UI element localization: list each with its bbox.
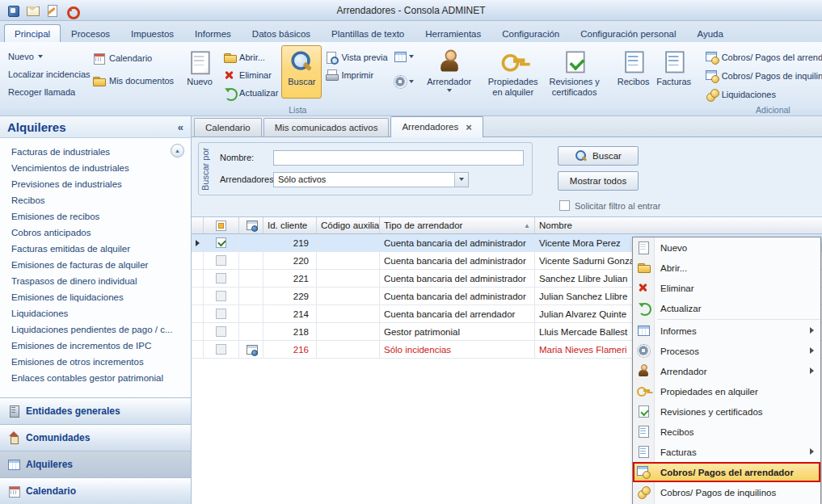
table-view-dropdown[interactable] (391, 49, 416, 64)
cobros-pagos-inquilinos-button[interactable]: Cobros/ Pagos de inquilinos (702, 68, 822, 83)
ribbon-tab-plantillas[interactable]: Plantillas de texto (321, 24, 415, 42)
select-all-checkbox[interactable] (216, 220, 226, 231)
shortcut-calendario[interactable]: Calendario (92, 52, 174, 65)
tab-calendario[interactable]: Calendario (194, 118, 262, 136)
menu-item-recibos[interactable]: Recibos (633, 422, 820, 442)
ribbon-tab-configuracion[interactable]: Configuración (491, 24, 570, 42)
arrendador-button[interactable]: Arrendador (424, 45, 474, 99)
notes-icon[interactable] (44, 2, 60, 19)
collapse-sidebar-icon[interactable]: « (178, 121, 183, 133)
sidebar-item-facturas-emitidas[interactable]: Facturas emitidas de alquiler (11, 241, 191, 257)
menu-item-arrendador[interactable]: Arrendador (633, 361, 820, 381)
menu-link-nuevo[interactable]: Nuevo (8, 49, 92, 64)
propiedades-en-alquiler-button[interactable]: Propiedades en alquiler (483, 45, 544, 99)
buscar-button[interactable]: Buscar (558, 146, 639, 166)
arrendadores-select[interactable]: Sólo activos (273, 172, 469, 187)
solicitar-filtro-checkbox[interactable] (559, 200, 570, 211)
sidebar-section-entidades-generales[interactable]: Entidades generales (0, 397, 191, 424)
nombre-input[interactable] (273, 150, 524, 166)
mail-icon[interactable] (24, 2, 40, 19)
menu-item-actualizar[interactable]: Actualizar (633, 298, 820, 318)
cell-tipo-arrendador: Cuenta bancaria del arrendador (380, 305, 535, 322)
menu-link-localizar-incidencias[interactable]: Localizar incidencias (8, 67, 92, 82)
sidebar-section-comunidades[interactable]: Comunidades (0, 424, 191, 451)
buscar-ribbon-button[interactable]: Buscar (281, 45, 322, 99)
abrir-button[interactable]: Abrir... (220, 49, 281, 65)
sidebar-item-vencimientos-industriales[interactable]: Vencimientos de industriales (11, 160, 191, 176)
menu-item-cobros-pagos-inquilinos[interactable]: Cobros/ Pagos de inquilinos (633, 482, 820, 502)
menu-item-propiedades-en-alquiler[interactable]: Propiedades en alquiler (633, 381, 820, 401)
sidebar-item-emisiones-facturas[interactable]: Emisiones de facturas de alquiler (11, 257, 191, 273)
sidebar-item-emisiones-recibos[interactable]: Emisiones de recibos (11, 208, 191, 225)
ribbon-tab-procesos[interactable]: Procesos (61, 24, 120, 42)
menu-item-procesos[interactable]: Procesos (633, 341, 820, 361)
row-checkbox[interactable] (216, 237, 226, 248)
sidebar-item-enlaces-contables[interactable]: Enlaces contables gestor patrimonial (11, 370, 191, 386)
menu-item-revisiones-certificados[interactable]: Revisiones y certificados (633, 401, 820, 422)
row-checkbox[interactable] (216, 273, 226, 284)
app-icon[interactable] (5, 2, 21, 19)
revisiones-certificados-button[interactable]: Revisiones y certificados (544, 45, 605, 99)
header-codigo-auxiliar[interactable]: Código auxiliar (317, 217, 380, 233)
menu-item-abrir[interactable]: Abrir... (633, 258, 820, 278)
row-checkbox[interactable] (216, 291, 226, 301)
eliminar-button[interactable]: Eliminar (220, 67, 281, 82)
menu-item-facturas[interactable]: Facturas (633, 442, 820, 462)
ribbon-tab-configuracion-personal[interactable]: Configuración personal (570, 24, 686, 42)
menu-item-informes[interactable]: Informes (633, 321, 820, 341)
scroll-up-button[interactable]: ▲ (171, 144, 184, 158)
sidebar-item-liquidaciones-pendientes[interactable]: Liquidaciones pendientes de pago / c... (11, 321, 191, 338)
menu-item-nuevo[interactable]: Nuevo (633, 237, 820, 258)
solicitar-filtro-row[interactable]: Solicitar filtro al entrar (559, 200, 660, 211)
menu-item-eliminar[interactable]: Eliminar (633, 278, 820, 298)
ribbon-tab-ayuda[interactable]: Ayuda (687, 24, 734, 42)
header-alert-column[interactable] (239, 217, 263, 233)
cell-codigo-auxiliar (317, 305, 380, 322)
header-indicator (192, 217, 204, 233)
call-icon[interactable] (63, 2, 79, 19)
sidebar-item-incrementos-ipc[interactable]: Emisiones de incrementos de IPC (11, 338, 191, 354)
cobros-pagos-arrendador-button[interactable]: Cobros/ Pagos del arrendador (702, 49, 822, 65)
ribbon-tab-principal[interactable]: Principal (4, 24, 61, 42)
cell-tipo-arrendador: Cuenta bancaria del administrador (380, 270, 535, 287)
header-select-all[interactable] (204, 217, 239, 233)
imprimir-button[interactable]: Imprimir (322, 67, 390, 82)
row-checkbox[interactable] (216, 255, 226, 266)
ribbon-tab-datos-basicos[interactable]: Datos básicos (242, 24, 321, 42)
nuevo-button[interactable]: Nuevo (179, 45, 220, 99)
row-checkbox[interactable] (216, 326, 226, 337)
ribbon-tab-impuestos[interactable]: Impuestos (120, 24, 184, 42)
vista-previa-button[interactable]: Vista previa (322, 49, 390, 65)
header-nombre[interactable]: Nombre (535, 217, 822, 233)
menu-item-cobros-pagos-arrendador[interactable]: Cobros/ Pagos del arrendador (633, 462, 820, 482)
sidebar-item-traspasos-dinero[interactable]: Traspasos de dinero individual (11, 273, 191, 289)
sidebar-item-previsiones-industriales[interactable]: Previsiones de industriales (11, 176, 191, 192)
sidebar-item-recibos[interactable]: Recibos (11, 192, 191, 208)
recibos-button[interactable]: Recibos (613, 45, 654, 99)
ribbon-tab-herramientas[interactable]: Herramientas (415, 24, 491, 42)
settings-dropdown[interactable] (391, 74, 416, 89)
row-checkbox[interactable] (216, 309, 226, 319)
row-checkbox[interactable] (216, 344, 226, 355)
sidebar-section-calendario[interactable]: Calendario (0, 477, 191, 504)
header-id-cliente[interactable]: Id. cliente (263, 217, 317, 233)
calendar-icon (7, 485, 20, 498)
sidebar-item-emisiones-liquidaciones[interactable]: Emisiones de liquidaciones (11, 289, 191, 305)
tab-mis-comunicados-activos[interactable]: Mis comunicados activos (263, 118, 390, 136)
facturas-button[interactable]: Facturas (654, 45, 694, 99)
select-dropdown-button[interactable] (454, 173, 468, 187)
sidebar-item-facturas-industriales[interactable]: Facturas de industriales (11, 144, 191, 160)
ribbon-tab-informes[interactable]: Informes (184, 24, 242, 42)
menu-link-recoger-llamada[interactable]: Recoger llamada (8, 85, 92, 99)
header-tipo-arrendador[interactable]: Tipo de arrendador▲ (380, 217, 535, 233)
shortcut-mis-documentos[interactable]: Mis documentos (92, 74, 174, 87)
sidebar-item-otros-incrementos[interactable]: Emisiones de otros incrementos (11, 354, 191, 370)
liquidaciones-button[interactable]: Liquidaciones (702, 86, 822, 102)
sidebar-item-cobros-anticipados[interactable]: Cobros anticipados (11, 225, 191, 241)
close-tab-icon[interactable]: × (466, 122, 472, 132)
sidebar-item-liquidaciones[interactable]: Liquidaciones (11, 305, 191, 321)
actualizar-button[interactable]: Actualizar (220, 85, 281, 100)
mostrar-todos-button[interactable]: Mostrar todos (558, 171, 639, 191)
tab-arrendadores[interactable]: Arrendadores× (390, 116, 483, 137)
sidebar-section-alquileres[interactable]: Alquileres (0, 451, 191, 477)
